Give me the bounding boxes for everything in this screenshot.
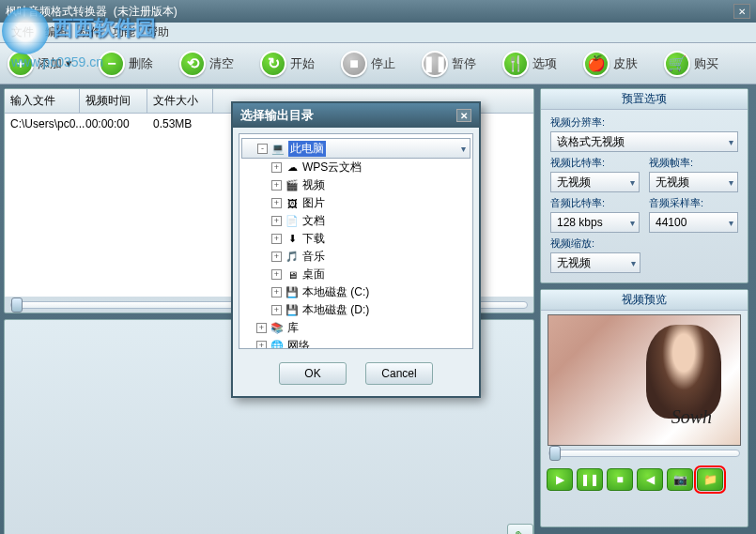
folder-tree[interactable]: -💻此电脑+☁WPS云文档+🎬视频+🖼图片+📄文档+⬇下载+🎵音乐+🖥桌面+💾本… (239, 133, 473, 349)
skin-icon: 🍎 (583, 51, 609, 77)
ok-button[interactable]: OK (279, 362, 347, 385)
start-button[interactable]: ↻开始 (260, 51, 315, 77)
titlebar[interactable]: 枫叶音频格式转换器 (未注册版本) ✕ (0, 0, 756, 23)
asr-select[interactable]: 44100 (649, 212, 738, 233)
close-icon[interactable]: ✕ (733, 4, 750, 19)
folder-icon: ⬇ (285, 233, 300, 246)
window-title: 枫叶音频格式转换器 (6, 4, 107, 20)
tree-node[interactable]: +🎵音乐 (241, 248, 471, 266)
pv-stop-button[interactable]: ■ (607, 468, 633, 491)
tree-node[interactable]: +💾本地磁盘 (D:) (241, 301, 471, 319)
pv-pause-button[interactable]: ❚❚ (577, 468, 603, 491)
vfps-select[interactable]: 无视频 (649, 172, 738, 192)
tree-label: 音乐 (302, 249, 325, 265)
menu-help[interactable]: 帮助 (147, 24, 169, 40)
stop-icon: ■ (341, 51, 367, 77)
expand-icon[interactable]: - (257, 144, 268, 154)
expand-icon[interactable]: + (271, 162, 282, 173)
minus-icon: − (99, 51, 125, 77)
tree-node[interactable]: +📄文档 (241, 212, 471, 230)
pv-snapshot-button[interactable]: 📷 (667, 468, 693, 491)
folder-icon: 📄 (285, 215, 300, 228)
cart-icon: 🛒 (664, 51, 690, 77)
pause-icon: ❚❚ (422, 51, 448, 77)
preview-title: 视频预览 (541, 290, 748, 311)
tree-node[interactable]: +🖥桌面 (241, 266, 471, 283)
folder-dialog: 选择输出目录 ✕ -💻此电脑+☁WPS云文档+🎬视频+🖼图片+📄文档+⬇下载+🎵… (231, 101, 481, 398)
res-select[interactable]: 该格式无视频 (550, 131, 738, 152)
asr-label: 音频采样率: (649, 196, 738, 210)
pv-folder-button[interactable]: 📁 (697, 468, 723, 491)
folder-icon: 🎬 (285, 179, 300, 192)
menu-edit[interactable]: 编辑 (45, 24, 68, 40)
vbit-label: 视频比特率: (550, 156, 640, 170)
expand-icon[interactable]: + (271, 269, 282, 280)
tree-label: 桌面 (302, 267, 325, 282)
menu-file[interactable]: 文件 (11, 24, 34, 40)
clear-icon: ⟲ (179, 51, 206, 77)
tree-label: 本地磁盘 (D:) (302, 302, 369, 318)
vfps-label: 视频帧率: (649, 156, 738, 170)
col-time[interactable]: 视频时间 (80, 89, 147, 113)
edit-icon[interactable]: ✎ (507, 524, 533, 534)
tree-label: WPS云文档 (302, 160, 362, 175)
folder-icon: 💻 (270, 142, 285, 155)
tree-node[interactable]: +🎬视频 (241, 176, 471, 194)
folder-icon: 🎵 (285, 251, 300, 264)
vbit-select[interactable]: 无视频 (550, 172, 640, 192)
tree-node[interactable]: +🌐网络 (241, 337, 471, 349)
buy-button[interactable]: 🛒购买 (664, 51, 718, 77)
menu-action[interactable]: 动作 (79, 24, 101, 40)
col-file[interactable]: 输入文件 (5, 89, 80, 113)
menubar: 文件 编辑 动作 功能 帮助 (0, 23, 756, 43)
delete-button[interactable]: −删除 (99, 51, 153, 77)
preview-image (548, 314, 741, 446)
tree-node[interactable]: +📚库 (241, 319, 471, 337)
tree-node[interactable]: +💾本地磁盘 (C:) (241, 283, 471, 301)
abit-label: 音频比特率: (550, 196, 640, 210)
tree-node[interactable]: -💻此电脑 (241, 138, 471, 159)
expand-icon[interactable]: + (271, 287, 282, 298)
preview-slider[interactable] (548, 450, 740, 457)
tree-label: 库 (287, 320, 299, 336)
tree-label: 此电脑 (288, 141, 326, 157)
zoom-select[interactable]: 无视频 (550, 252, 640, 273)
pv-volume-button[interactable]: ◀ (637, 468, 663, 491)
preview-panel: 视频预览 ▶ ❚❚ ■ ◀ 📷 📁 (540, 289, 748, 527)
expand-icon[interactable]: + (271, 234, 282, 244)
dialog-titlebar[interactable]: 选择输出目录 ✕ (233, 103, 479, 128)
tree-node[interactable]: +☁WPS云文档 (241, 159, 471, 176)
expand-icon[interactable]: + (271, 305, 282, 315)
pv-play-button[interactable]: ▶ (547, 468, 573, 491)
preset-panel: 预置选项 视频分辨率:该格式无视频 视频比特率:无视频 视频帧率:无视频 音频比… (540, 88, 748, 283)
tree-label: 图片 (302, 195, 325, 211)
cancel-button[interactable]: Cancel (365, 362, 433, 385)
add-button[interactable]: +添加▾ (8, 51, 72, 77)
expand-icon[interactable]: + (271, 180, 282, 191)
menu-function[interactable]: 功能 (113, 24, 135, 40)
expand-icon[interactable]: + (256, 323, 267, 333)
expand-icon[interactable]: + (271, 198, 282, 208)
abit-select[interactable]: 128 kbps (550, 212, 640, 233)
preview-controls: ▶ ❚❚ ■ ◀ 📷 📁 (541, 465, 748, 495)
skin-button[interactable]: 🍎皮肤 (583, 51, 638, 77)
expand-icon[interactable]: + (271, 252, 282, 262)
res-label: 视频分辨率: (550, 115, 738, 130)
tree-label: 文档 (302, 213, 325, 229)
folder-icon: 📚 (270, 322, 285, 335)
tree-label: 下载 (302, 231, 325, 247)
preset-title: 预置选项 (541, 89, 748, 110)
tree-label: 本地磁盘 (C:) (302, 284, 369, 300)
app-window: 枫叶音频格式转换器 (未注册版本) ✕ 西西软件园 www.pc0359.cn … (0, 0, 756, 534)
dialog-close-icon[interactable]: ✕ (456, 109, 471, 122)
expand-icon[interactable]: + (256, 341, 267, 349)
tree-node[interactable]: +🖼图片 (241, 194, 471, 212)
clear-button[interactable]: ⟲清空 (179, 51, 234, 77)
pause-button[interactable]: ❚❚暂停 (422, 51, 476, 77)
col-size[interactable]: 文件大小 (147, 89, 213, 113)
tree-node[interactable]: +⬇下载 (241, 230, 471, 248)
stop-button[interactable]: ■停止 (341, 51, 395, 77)
tree-label: 网络 (287, 338, 310, 349)
options-button[interactable]: 🍴选项 (502, 51, 557, 77)
expand-icon[interactable]: + (271, 216, 282, 226)
